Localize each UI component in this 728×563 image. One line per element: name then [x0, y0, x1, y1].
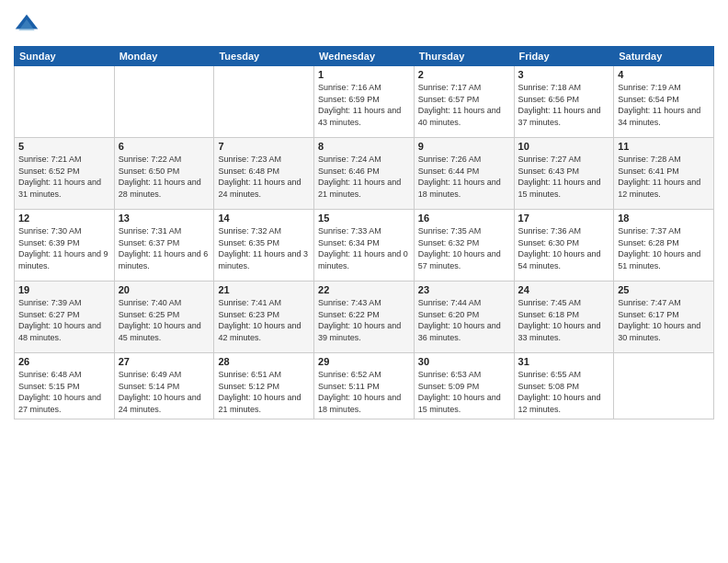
week-row-3: 12Sunrise: 7:30 AM Sunset: 6:39 PM Dayli…	[15, 210, 714, 282]
day-info: Sunrise: 7:31 AM Sunset: 6:37 PM Dayligh…	[119, 225, 210, 271]
week-row-2: 5Sunrise: 7:21 AM Sunset: 6:52 PM Daylig…	[15, 138, 714, 210]
day-cell: 28Sunrise: 6:51 AM Sunset: 5:12 PM Dayli…	[214, 353, 314, 419]
day-number: 9	[418, 141, 510, 152]
day-cell: 26Sunrise: 6:48 AM Sunset: 5:15 PM Dayli…	[15, 353, 115, 419]
day-info: Sunrise: 7:39 AM Sunset: 6:27 PM Dayligh…	[18, 297, 110, 343]
day-info: Sunrise: 7:22 AM Sunset: 6:50 PM Dayligh…	[119, 154, 210, 200]
day-info: Sunrise: 6:49 AM Sunset: 5:14 PM Dayligh…	[119, 369, 210, 415]
day-info: Sunrise: 6:52 AM Sunset: 5:11 PM Dayligh…	[318, 369, 410, 415]
day-cell	[214, 66, 314, 138]
day-info: Sunrise: 7:21 AM Sunset: 6:52 PM Dayligh…	[18, 154, 110, 200]
day-number: 24	[518, 284, 610, 295]
day-info: Sunrise: 7:36 AM Sunset: 6:30 PM Dayligh…	[518, 225, 610, 271]
weekday-header-monday: Monday	[114, 47, 214, 66]
day-number: 18	[618, 213, 710, 224]
day-number: 12	[18, 213, 110, 224]
day-cell: 10Sunrise: 7:27 AM Sunset: 6:43 PM Dayli…	[514, 138, 614, 210]
day-cell: 24Sunrise: 7:45 AM Sunset: 6:18 PM Dayli…	[514, 282, 614, 353]
day-number: 4	[618, 69, 710, 80]
day-cell: 8Sunrise: 7:24 AM Sunset: 6:46 PM Daylig…	[314, 138, 415, 210]
day-cell: 4Sunrise: 7:19 AM Sunset: 6:54 PM Daylig…	[614, 66, 714, 138]
day-cell: 17Sunrise: 7:36 AM Sunset: 6:30 PM Dayli…	[514, 210, 614, 282]
day-number: 20	[119, 284, 210, 295]
day-info: Sunrise: 7:28 AM Sunset: 6:41 PM Dayligh…	[618, 154, 710, 200]
day-info: Sunrise: 6:48 AM Sunset: 5:15 PM Dayligh…	[18, 369, 110, 415]
day-info: Sunrise: 7:41 AM Sunset: 6:23 PM Dayligh…	[218, 297, 310, 343]
day-info: Sunrise: 7:19 AM Sunset: 6:54 PM Dayligh…	[618, 82, 710, 128]
week-row-1: 1Sunrise: 7:16 AM Sunset: 6:59 PM Daylig…	[15, 66, 714, 138]
day-info: Sunrise: 7:24 AM Sunset: 6:46 PM Dayligh…	[318, 154, 410, 200]
day-number: 26	[18, 356, 110, 367]
day-number: 17	[518, 213, 610, 224]
weekday-header-row: SundayMondayTuesdayWednesdayThursdayFrid…	[15, 47, 714, 66]
day-cell: 18Sunrise: 7:37 AM Sunset: 6:28 PM Dayli…	[614, 210, 714, 282]
day-cell: 20Sunrise: 7:40 AM Sunset: 6:25 PM Dayli…	[114, 282, 214, 353]
day-info: Sunrise: 7:47 AM Sunset: 6:17 PM Dayligh…	[618, 297, 710, 343]
day-info: Sunrise: 7:26 AM Sunset: 6:44 PM Dayligh…	[418, 154, 510, 200]
day-info: Sunrise: 7:23 AM Sunset: 6:48 PM Dayligh…	[218, 154, 310, 200]
day-number: 29	[318, 356, 410, 367]
day-cell: 19Sunrise: 7:39 AM Sunset: 6:27 PM Dayli…	[15, 282, 115, 353]
day-cell: 31Sunrise: 6:55 AM Sunset: 5:08 PM Dayli…	[514, 353, 614, 419]
day-cell: 12Sunrise: 7:30 AM Sunset: 6:39 PM Dayli…	[15, 210, 115, 282]
day-info: Sunrise: 7:33 AM Sunset: 6:34 PM Dayligh…	[318, 225, 410, 271]
day-cell: 30Sunrise: 6:53 AM Sunset: 5:09 PM Dayli…	[414, 353, 514, 419]
day-cell	[114, 66, 214, 138]
day-number: 10	[518, 141, 610, 152]
weekday-header-sunday: Sunday	[15, 47, 115, 66]
day-cell: 13Sunrise: 7:31 AM Sunset: 6:37 PM Dayli…	[114, 210, 214, 282]
day-cell: 21Sunrise: 7:41 AM Sunset: 6:23 PM Dayli…	[214, 282, 314, 353]
day-number: 16	[418, 213, 510, 224]
day-number: 23	[418, 284, 510, 295]
day-cell: 11Sunrise: 7:28 AM Sunset: 6:41 PM Dayli…	[614, 138, 714, 210]
day-info: Sunrise: 7:44 AM Sunset: 6:20 PM Dayligh…	[418, 297, 510, 343]
day-cell: 27Sunrise: 6:49 AM Sunset: 5:14 PM Dayli…	[114, 353, 214, 419]
day-number: 25	[618, 284, 710, 295]
day-cell: 1Sunrise: 7:16 AM Sunset: 6:59 PM Daylig…	[314, 66, 415, 138]
day-cell	[614, 353, 714, 419]
day-cell: 15Sunrise: 7:33 AM Sunset: 6:34 PM Dayli…	[314, 210, 415, 282]
weekday-header-thursday: Thursday	[414, 47, 514, 66]
weekday-header-friday: Friday	[514, 47, 614, 66]
day-info: Sunrise: 6:51 AM Sunset: 5:12 PM Dayligh…	[218, 369, 310, 415]
weekday-header-wednesday: Wednesday	[314, 47, 415, 66]
day-info: Sunrise: 7:18 AM Sunset: 6:56 PM Dayligh…	[518, 82, 610, 128]
day-number: 1	[318, 69, 410, 80]
day-number: 6	[119, 141, 210, 152]
day-info: Sunrise: 7:17 AM Sunset: 6:57 PM Dayligh…	[418, 82, 510, 128]
day-cell: 7Sunrise: 7:23 AM Sunset: 6:48 PM Daylig…	[214, 138, 314, 210]
logo	[14, 13, 43, 39]
day-cell: 14Sunrise: 7:32 AM Sunset: 6:35 PM Dayli…	[214, 210, 314, 282]
weekday-header-saturday: Saturday	[614, 47, 714, 66]
day-number: 27	[119, 356, 210, 367]
week-row-5: 26Sunrise: 6:48 AM Sunset: 5:15 PM Dayli…	[15, 353, 714, 419]
day-number: 5	[18, 141, 110, 152]
day-info: Sunrise: 7:40 AM Sunset: 6:25 PM Dayligh…	[119, 297, 210, 343]
day-number: 19	[18, 284, 110, 295]
day-cell	[15, 66, 115, 138]
day-info: Sunrise: 6:55 AM Sunset: 5:08 PM Dayligh…	[518, 369, 610, 415]
day-cell: 25Sunrise: 7:47 AM Sunset: 6:17 PM Dayli…	[614, 282, 714, 353]
day-info: Sunrise: 7:32 AM Sunset: 6:35 PM Dayligh…	[218, 225, 310, 271]
day-number: 11	[618, 141, 710, 152]
day-info: Sunrise: 7:16 AM Sunset: 6:59 PM Dayligh…	[318, 82, 410, 128]
day-info: Sunrise: 7:37 AM Sunset: 6:28 PM Dayligh…	[618, 225, 710, 271]
day-cell: 6Sunrise: 7:22 AM Sunset: 6:50 PM Daylig…	[114, 138, 214, 210]
day-cell: 9Sunrise: 7:26 AM Sunset: 6:44 PM Daylig…	[414, 138, 514, 210]
day-number: 31	[518, 356, 610, 367]
day-number: 30	[418, 356, 510, 367]
day-info: Sunrise: 7:43 AM Sunset: 6:22 PM Dayligh…	[318, 297, 410, 343]
day-cell: 5Sunrise: 7:21 AM Sunset: 6:52 PM Daylig…	[15, 138, 115, 210]
weekday-header-tuesday: Tuesday	[214, 47, 314, 66]
day-number: 7	[218, 141, 310, 152]
day-number: 13	[119, 213, 210, 224]
day-number: 14	[218, 213, 310, 224]
day-cell: 23Sunrise: 7:44 AM Sunset: 6:20 PM Dayli…	[414, 282, 514, 353]
day-info: Sunrise: 7:27 AM Sunset: 6:43 PM Dayligh…	[518, 154, 610, 200]
day-cell: 29Sunrise: 6:52 AM Sunset: 5:11 PM Dayli…	[314, 353, 415, 419]
day-number: 22	[318, 284, 410, 295]
day-number: 15	[318, 213, 410, 224]
page: SundayMondayTuesdayWednesdayThursdayFrid…	[0, 0, 728, 563]
day-cell: 16Sunrise: 7:35 AM Sunset: 6:32 PM Dayli…	[414, 210, 514, 282]
day-cell: 3Sunrise: 7:18 AM Sunset: 6:56 PM Daylig…	[514, 66, 614, 138]
